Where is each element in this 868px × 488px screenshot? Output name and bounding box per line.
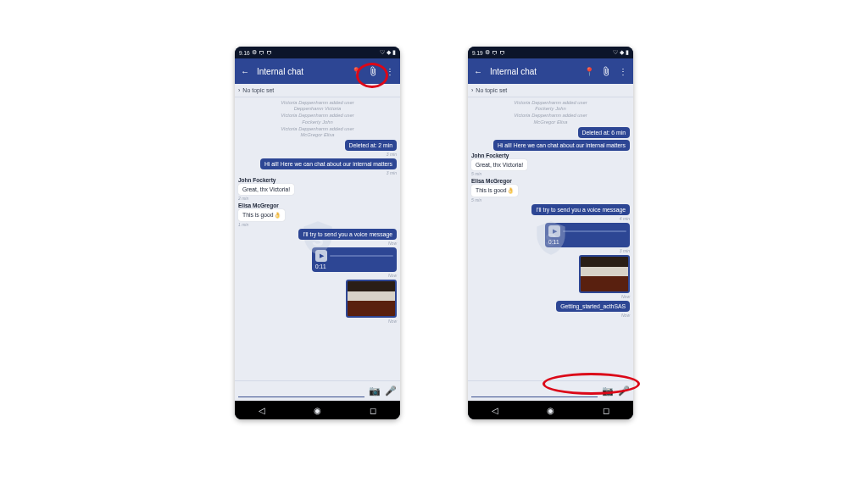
chat-body: S Victoria Deppenhamn added userDeppenha… [235, 97, 400, 380]
battery-icon: ▮ [392, 49, 396, 56]
outgoing-message[interactable]: Deleted at: 6 min [471, 127, 630, 138]
attach-icon[interactable] [368, 66, 378, 76]
timestamp: 3 min [620, 248, 630, 253]
back-icon[interactable]: ← [240, 66, 250, 76]
outgoing-message[interactable]: Hi all! Here we can chat about our inter… [471, 140, 630, 151]
outgoing-image[interactable]: Now [471, 255, 630, 299]
attach-icon[interactable] [601, 66, 611, 76]
nav-bar: ◁ ◉ ◻ [468, 401, 633, 419]
incoming-message[interactable]: John Fockerty Great, thx Victoria! 2 min [238, 177, 397, 201]
overflow-icon[interactable]: ⋮ [618, 66, 628, 76]
outgoing-message[interactable]: Hi all! Here we can chat about our inter… [238, 158, 397, 175]
system-message: Victoria Deppenhamn added userDeppenhamn… [238, 100, 397, 112]
message-bubble: Hi all! Here we can chat about our inter… [493, 140, 630, 151]
nav-back-icon[interactable]: ◁ [492, 406, 498, 415]
timestamp: 2 min [238, 196, 248, 201]
timestamp: 3 min [387, 170, 397, 175]
chevron-right-icon: › [238, 87, 240, 93]
bell-icon: ♡ [380, 49, 385, 56]
chevron-right-icon: › [471, 87, 473, 93]
message-bubble: Great, thx Victoria! [238, 184, 294, 195]
system-message: Victoria Deppenhamn added userFockerty J… [238, 113, 397, 125]
timestamp: 5 min [471, 197, 481, 202]
location-icon[interactable]: 📍 [351, 66, 361, 76]
timestamp: Now [388, 273, 397, 278]
deleted-bubble: Deleted at: 6 min [578, 127, 630, 138]
timestamp: 4 min [620, 216, 630, 221]
nav-back-icon[interactable]: ◁ [259, 406, 265, 415]
timestamp: 3 min [387, 152, 397, 157]
chat-body: S Victoria Deppenhamn added userFockerty… [468, 97, 633, 380]
location-icon[interactable]: 📍 [584, 66, 594, 76]
nav-recents-icon[interactable]: ◻ [370, 406, 376, 415]
voice-track[interactable] [330, 255, 393, 257]
timestamp: 5 min [471, 171, 481, 176]
sender-name: Elisa McGregor [471, 178, 512, 184]
topic-bar[interactable]: › No topic set [235, 84, 400, 97]
nav-bar: ◁ ◉ ◻ [235, 401, 400, 419]
sender-name: John Fockerty [471, 152, 509, 158]
message-bubble: This is good👌 [238, 209, 285, 221]
message-bubble: I'll try to send you a voice message [298, 229, 397, 240]
status-bar: 9.16⚙⛉⛉ ♡◆▮ [235, 47, 400, 58]
camera-icon[interactable]: 📷 [602, 385, 614, 396]
message-bubble: This is good👌 [471, 185, 518, 197]
chat-title: Internal chat [257, 67, 344, 76]
system-message: Victoria Deppenhamn added userMcGregor E… [238, 126, 397, 138]
system-message: Victoria Deppenhamn added userMcGregor E… [471, 113, 630, 125]
outgoing-message[interactable]: Deleted at: 2 min 3 min [238, 140, 397, 157]
mic-icon[interactable]: 🎤 [618, 385, 630, 396]
overflow-icon[interactable]: ⋮ [385, 66, 395, 76]
phone-right: 9.19⚙⛉⛉ ♡◆▮ ← Internal chat 📍 ⋮ › No top… [468, 47, 633, 419]
chat-title: Internal chat [490, 67, 577, 76]
svg-text:S: S [545, 230, 557, 249]
message-bubble: I'll try to send you a voice message [531, 204, 630, 215]
watermark-icon: S [530, 218, 572, 260]
image-thumbnail[interactable] [346, 280, 397, 318]
topic-bar[interactable]: › No topic set [468, 84, 633, 97]
incoming-message[interactable]: John Fockerty Great, thx Victoria! 5 min [471, 152, 630, 176]
app-bar: ← Internal chat 📍 ⋮ [468, 58, 633, 84]
image-thumbnail[interactable] [579, 255, 630, 293]
timestamp: Now [621, 294, 630, 299]
clock-time: 9.19 [472, 50, 483, 56]
back-icon[interactable]: ← [473, 66, 483, 76]
battery-icon: ▮ [626, 49, 629, 56]
sender-name: John Fockerty [238, 177, 275, 183]
system-message: Victoria Deppenhamn added userFockerty J… [471, 100, 630, 112]
camera-icon[interactable]: 📷 [369, 385, 381, 396]
voice-duration: 0:11 [315, 263, 393, 269]
nav-home-icon[interactable]: ◉ [314, 406, 321, 415]
message-bubble: Great, thx Victoria! [471, 159, 527, 170]
timestamp: Now [388, 241, 397, 246]
topic-label: No topic set [242, 87, 274, 93]
outgoing-image[interactable]: Now [238, 280, 397, 324]
mic-icon[interactable]: 🎤 [385, 385, 397, 396]
nav-recents-icon[interactable]: ◻ [603, 406, 609, 415]
deleted-bubble: Deleted at: 2 min [345, 140, 397, 151]
timestamp: Now [388, 319, 397, 324]
timestamp: 1 min [238, 222, 248, 227]
composer-bar: 📷 🎤 [468, 380, 633, 401]
status-bar: 9.19⚙⛉⛉ ♡◆▮ [468, 47, 633, 58]
outgoing-file[interactable]: Getting_started_acthSAS Now [471, 301, 630, 318]
incoming-message[interactable]: Elisa McGregor This is good👌 5 min [471, 178, 630, 202]
nav-home-icon[interactable]: ◉ [547, 406, 554, 415]
message-bubble: Hi all! Here we can chat about our inter… [260, 158, 397, 169]
phone-left: 9.16⚙⛉⛉ ♡◆▮ ← Internal chat 📍 ⋮ › No top… [235, 47, 400, 419]
composer-bar: 📷 🎤 [235, 380, 400, 401]
file-bubble: Getting_started_acthSAS [556, 301, 630, 312]
clock-time: 9.16 [239, 50, 250, 56]
timestamp: Now [621, 313, 630, 318]
message-input[interactable] [471, 396, 598, 397]
sender-name: Elisa McGregor [238, 202, 279, 208]
app-bar: ← Internal chat 📍 ⋮ [235, 58, 400, 84]
voice-track[interactable] [563, 230, 626, 232]
message-input[interactable] [238, 396, 364, 397]
topic-label: No topic set [476, 87, 507, 93]
